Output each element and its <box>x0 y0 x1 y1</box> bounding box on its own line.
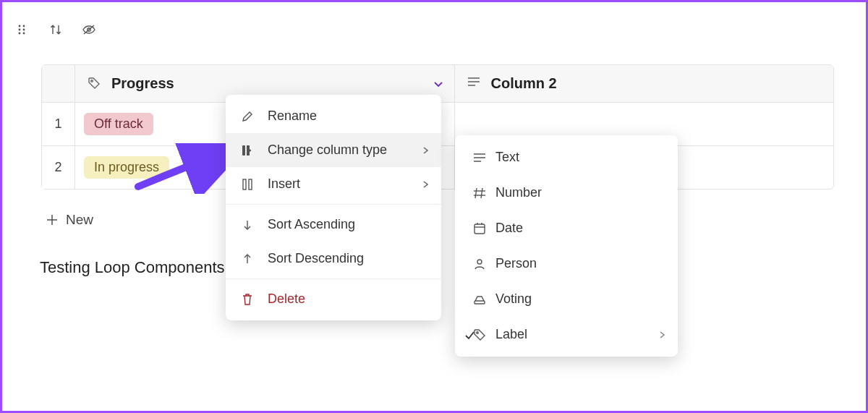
row-number-header <box>42 65 75 102</box>
insert-column-icon <box>240 177 255 192</box>
svg-point-0 <box>19 25 21 27</box>
type-option-date[interactable]: Date <box>455 210 678 246</box>
type-option-label: Voting <box>495 291 532 307</box>
menu-item-label: Rename <box>268 108 317 124</box>
svg-point-4 <box>19 33 21 35</box>
label-icon <box>87 76 103 92</box>
menu-change-column-type[interactable]: Change column type <box>226 133 441 167</box>
chevron-right-icon <box>421 180 430 189</box>
menu-item-label: Delete <box>268 291 305 307</box>
sort-icon[interactable] <box>48 22 63 37</box>
pencil-icon <box>240 109 255 124</box>
menu-separator <box>226 204 441 205</box>
svg-rect-26 <box>475 224 485 234</box>
drag-handle-icon[interactable] <box>15 22 30 37</box>
type-option-label[interactable]: Label <box>455 317 678 352</box>
svg-point-32 <box>477 331 478 333</box>
menu-rename[interactable]: Rename <box>226 99 441 133</box>
svg-line-23 <box>481 188 482 198</box>
svg-point-1 <box>23 25 25 27</box>
menu-item-label: Sort Ascending <box>268 217 355 232</box>
number-icon <box>472 186 487 200</box>
type-option-number[interactable]: Number <box>455 175 678 210</box>
svg-rect-31 <box>475 301 485 304</box>
svg-point-8 <box>91 80 93 82</box>
svg-point-30 <box>477 260 482 264</box>
person-icon <box>472 257 487 271</box>
type-option-label: Date <box>495 221 523 236</box>
svg-rect-16 <box>249 179 252 190</box>
menu-insert[interactable]: Insert <box>226 167 441 201</box>
column-header-label: Progress <box>111 75 174 92</box>
row-number: 2 <box>42 146 75 189</box>
column-type-icon <box>240 143 255 158</box>
hide-icon[interactable] <box>82 22 96 37</box>
menu-separator <box>226 278 441 279</box>
type-option-text[interactable]: Text <box>455 140 678 175</box>
menu-item-label: Sort Descending <box>268 251 364 266</box>
type-option-voting[interactable]: Voting <box>455 281 678 317</box>
page-caption: Testing Loop Components <box>40 258 225 277</box>
column-header-column2[interactable]: Column 2 <box>455 65 834 102</box>
svg-point-3 <box>23 29 25 31</box>
status-tag-inprogress: In progress <box>84 156 169 179</box>
svg-line-22 <box>475 188 477 198</box>
column-header-label: Column 2 <box>491 75 557 92</box>
arrow-down-icon <box>240 218 255 232</box>
chevron-right-icon <box>421 146 430 155</box>
chevron-right-icon <box>658 331 666 339</box>
chevron-down-icon[interactable] <box>433 78 444 90</box>
calendar-icon <box>472 221 487 236</box>
type-option-label: Person <box>495 256 537 271</box>
plus-icon <box>46 213 59 226</box>
type-option-label: Number <box>495 185 542 200</box>
type-option-label: Label <box>495 327 527 342</box>
text-icon <box>467 76 482 92</box>
menu-sort-ascending[interactable]: Sort Ascending <box>226 208 441 242</box>
trash-icon <box>240 292 255 307</box>
voting-icon <box>472 292 487 307</box>
status-tag-offtrack: Off track <box>84 113 153 135</box>
menu-item-label: Insert <box>268 176 300 192</box>
add-new-row-label: New <box>66 212 93 228</box>
add-new-row[interactable]: New <box>46 212 93 228</box>
column-context-menu: Rename Change column type Insert Sort As… <box>226 95 441 320</box>
table-toolbar <box>15 22 96 37</box>
menu-item-label: Change column type <box>268 142 387 158</box>
row-number: 1 <box>42 103 75 145</box>
svg-point-2 <box>19 29 21 31</box>
label-icon <box>472 328 487 342</box>
arrow-up-icon <box>240 252 255 266</box>
menu-sort-descending[interactable]: Sort Descending <box>226 242 441 276</box>
type-option-person[interactable]: Person <box>455 246 678 281</box>
svg-rect-14 <box>242 145 245 156</box>
text-icon <box>472 150 487 165</box>
menu-delete[interactable]: Delete <box>226 282 441 316</box>
svg-point-5 <box>23 33 25 35</box>
column-type-submenu: Text Number Date Person Voting Label <box>455 135 678 357</box>
type-option-label: Text <box>495 150 519 165</box>
svg-rect-15 <box>243 179 246 190</box>
